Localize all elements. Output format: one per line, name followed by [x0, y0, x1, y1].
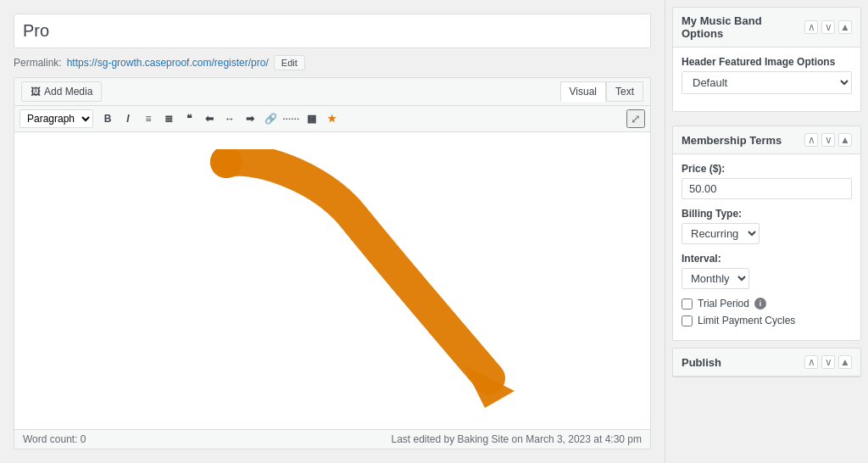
metabox-collapse-button[interactable]: ∧ — [804, 20, 818, 34]
trial-period-label: Trial Period — [698, 298, 749, 310]
tab-text[interactable]: Text — [606, 81, 643, 102]
membership-terms-body: Price ($): Billing Type: Recurring One-T… — [673, 154, 860, 340]
ordered-list-button[interactable]: ≣ — [159, 109, 178, 128]
metabox-controls: ∧ ∨ ▲ — [804, 20, 852, 34]
editor-toolbar-top: 🖼 Add Media Visual Text — [14, 78, 650, 106]
more-break-button[interactable]: ⋯⋯ — [281, 109, 300, 128]
publish-header: Publish ∧ ∨ ▲ — [673, 349, 860, 377]
post-title-input[interactable] — [14, 14, 651, 48]
music-band-title: My Music Band Options — [682, 14, 804, 40]
membership-collapse-button[interactable]: ∧ — [804, 133, 818, 147]
interval-label: Interval: — [682, 253, 852, 265]
view-tabs: Visual Text — [560, 81, 643, 102]
align-right-button[interactable]: ➡ — [241, 109, 259, 128]
publish-collapse-button[interactable]: ∧ — [804, 355, 818, 369]
tab-visual[interactable]: Visual — [560, 81, 606, 102]
permalink-link[interactable]: https://sg-growth.caseproof.com/register… — [67, 57, 269, 69]
editor-statusbar: Word count: 0 Last edited by Baking Site… — [14, 429, 650, 449]
billing-type-label: Billing Type: — [682, 208, 852, 220]
formatting-toolbar: Paragraph B I ≡ ≣ ❝ ⬅ ↔ ➡ 🔗 ⋯⋯ ▦ ★ ⤢ — [14, 106, 650, 132]
fullwidth-button[interactable]: ▦ — [302, 109, 320, 128]
metabox-pin-button[interactable]: ▲ — [838, 20, 852, 34]
align-left-button[interactable]: ⬅ — [200, 109, 219, 128]
header-image-select[interactable]: Default — [682, 71, 852, 94]
price-field: Price ($): — [682, 163, 852, 199]
publish-title: Publish — [682, 356, 721, 369]
add-media-button[interactable]: 🖼 Add Media — [21, 81, 102, 102]
music-band-metabox: My Music Band Options ∧ ∨ ▲ Header Featu… — [672, 7, 861, 112]
membership-terms-header: Membership Terms ∧ ∨ ▲ — [673, 126, 860, 154]
add-media-icon: 🖼 — [31, 86, 41, 98]
arrow-decoration — [184, 149, 540, 421]
align-center-button[interactable]: ↔ — [220, 109, 239, 128]
last-edited: Last edited by Baking Site on March 3, 2… — [391, 433, 642, 445]
billing-type-select[interactable]: Recurring One-Time — [682, 223, 760, 244]
header-image-label: Header Featured Image Options — [682, 56, 852, 68]
price-input[interactable] — [682, 178, 852, 199]
publish-pin-button[interactable]: ▲ — [838, 355, 852, 369]
editor-body[interactable] — [14, 132, 650, 429]
billing-type-field: Billing Type: Recurring One-Time — [682, 208, 852, 244]
publish-metabox: Publish ∧ ∨ ▲ — [672, 348, 861, 377]
header-image-field: Header Featured Image Options Default — [682, 56, 852, 94]
music-band-body: Header Featured Image Options Default — [673, 47, 860, 111]
permalink-label: Permalink: — [14, 57, 62, 69]
membership-pin-button[interactable]: ▲ — [838, 133, 852, 147]
editor-wrapper: 🖼 Add Media Visual Text Paragraph B I ≡ … — [14, 77, 651, 449]
main-content: Permalink: https://sg-growth.caseproof.c… — [0, 0, 665, 463]
limit-payment-row: Limit Payment Cycles — [682, 315, 852, 326]
publish-expand-button[interactable]: ∨ — [821, 355, 835, 369]
limit-payment-checkbox[interactable] — [682, 315, 693, 326]
trial-period-info-icon[interactable]: i — [754, 298, 766, 310]
music-band-header: My Music Band Options ∧ ∨ ▲ — [673, 8, 860, 47]
membership-terms-title: Membership Terms — [682, 134, 782, 147]
membership-terms-metabox: Membership Terms ∧ ∨ ▲ Price ($): Billin… — [672, 126, 861, 341]
permalink-bar: Permalink: https://sg-growth.caseproof.c… — [14, 55, 651, 70]
sidebar: My Music Band Options ∧ ∨ ▲ Header Featu… — [665, 0, 868, 463]
trial-period-checkbox[interactable] — [682, 298, 693, 310]
publish-metabox-controls: ∧ ∨ ▲ — [804, 355, 852, 369]
membership-expand-button[interactable]: ∨ — [821, 133, 835, 147]
bold-button[interactable]: B — [98, 109, 117, 128]
interval-field: Interval: Monthly Yearly Weekly — [682, 253, 852, 289]
blockquote-button[interactable]: ❝ — [180, 109, 198, 128]
trial-period-row: Trial Period i — [682, 298, 852, 310]
metabox-expand-button[interactable]: ∨ — [821, 20, 835, 34]
svg-marker-0 — [464, 365, 515, 408]
add-media-label: Add Media — [44, 86, 92, 98]
price-label: Price ($): — [682, 163, 852, 175]
link-button[interactable]: 🔗 — [261, 109, 280, 128]
italic-button[interactable]: I — [119, 109, 137, 128]
limit-payment-label: Limit Payment Cycles — [698, 315, 795, 326]
paragraph-select[interactable]: Paragraph — [19, 109, 93, 128]
svg-point-1 — [210, 149, 242, 178]
interval-select[interactable]: Monthly Yearly Weekly — [682, 268, 749, 289]
fullscreen-button[interactable]: ⤢ — [626, 109, 645, 128]
permalink-edit-button[interactable]: Edit — [274, 55, 305, 70]
membership-metabox-controls: ∧ ∨ ▲ — [804, 133, 852, 147]
word-count: Word count: 0 — [23, 433, 86, 445]
unordered-list-button[interactable]: ≡ — [139, 109, 158, 128]
star-button[interactable]: ★ — [322, 109, 341, 128]
